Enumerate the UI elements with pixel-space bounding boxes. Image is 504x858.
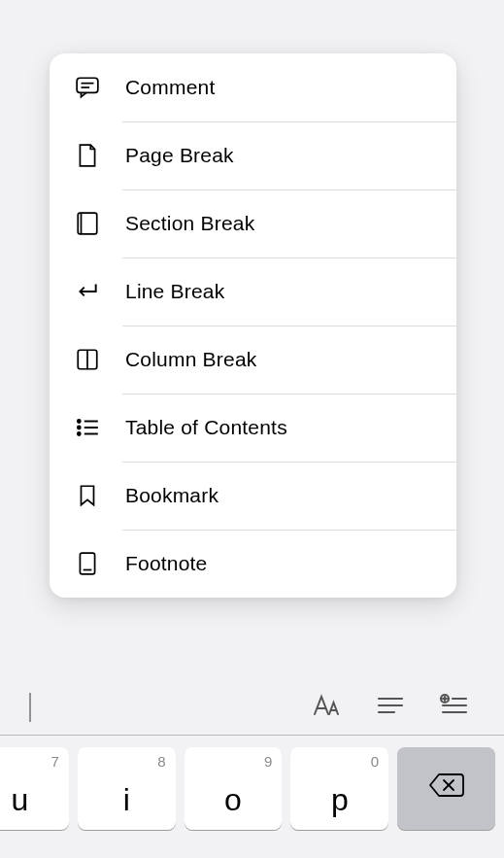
- key-p[interactable]: 0 p: [290, 747, 388, 830]
- menu-item-footnote[interactable]: Footnote: [73, 530, 456, 598]
- menu-item-section-break[interactable]: Section Break: [73, 189, 456, 257]
- menu-item-comment[interactable]: Comment: [73, 53, 456, 121]
- svg-rect-13: [80, 553, 94, 574]
- key-digit: 0: [371, 753, 379, 770]
- key-digit: 7: [50, 753, 58, 770]
- key-main: u: [12, 782, 29, 818]
- keyboard-shortcut-bar: [0, 680, 504, 735]
- paragraph-icon: [375, 692, 406, 723]
- menu-item-toc[interactable]: Table of Contents: [73, 394, 456, 462]
- key-digit: 8: [157, 753, 165, 770]
- svg-point-7: [78, 420, 81, 423]
- key-backspace[interactable]: [397, 747, 495, 830]
- column-break-icon: [73, 345, 102, 374]
- menu-label: Section Break: [125, 212, 254, 235]
- svg-point-8: [78, 427, 81, 429]
- svg-point-9: [78, 432, 81, 435]
- line-break-icon: [73, 277, 102, 306]
- menu-label: Footnote: [125, 552, 208, 575]
- insert-list-icon: [439, 692, 470, 723]
- menu-item-line-break[interactable]: Line Break: [73, 257, 456, 326]
- key-digit: 9: [264, 753, 272, 770]
- menu-item-column-break[interactable]: Column Break: [73, 326, 456, 394]
- text-cursor-indicator: [29, 693, 31, 722]
- menu-label: Bookmark: [125, 484, 218, 507]
- paragraph-button[interactable]: [372, 689, 409, 726]
- key-main: p: [331, 782, 349, 818]
- bookmark-icon: [73, 481, 102, 510]
- menu-item-page-break[interactable]: Page Break: [73, 121, 456, 189]
- menu-item-bookmark[interactable]: Bookmark: [73, 462, 456, 530]
- backspace-icon: [427, 771, 466, 807]
- text-style-icon: [311, 692, 342, 723]
- key-o[interactable]: 9 o: [185, 747, 283, 830]
- key-i[interactable]: 8 i: [78, 747, 176, 830]
- key-u[interactable]: 7 u: [0, 747, 69, 830]
- insert-button[interactable]: [436, 689, 473, 726]
- menu-label: Page Break: [125, 144, 234, 167]
- svg-rect-0: [77, 78, 98, 92]
- toc-icon: [73, 413, 102, 442]
- menu-label: Line Break: [125, 280, 224, 303]
- comment-icon: [73, 73, 102, 102]
- key-main: i: [123, 782, 130, 818]
- keyboard-divider: [0, 735, 504, 736]
- footnote-icon: [73, 549, 102, 578]
- keyboard-row: 7 u 8 i 9 o 0 p: [0, 747, 504, 830]
- key-main: o: [224, 782, 242, 818]
- insert-popover: Comment Page Break Section Break: [50, 53, 456, 598]
- text-style-button[interactable]: [308, 689, 345, 726]
- menu-label: Comment: [125, 76, 215, 99]
- menu-label: Column Break: [125, 348, 256, 371]
- menu-label: Table of Contents: [125, 416, 287, 439]
- page-break-icon: [73, 141, 102, 170]
- insert-menu: Comment Page Break Section Break: [50, 53, 456, 598]
- section-break-icon: [73, 209, 102, 238]
